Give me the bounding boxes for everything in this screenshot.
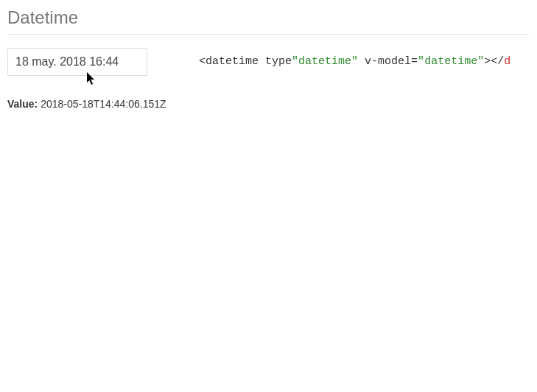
- code-bracket: <: [199, 55, 206, 68]
- value-line: Value: 2018-05-18T14:44:06.151Z: [7, 98, 199, 110]
- code-attr-name: v-model=: [358, 55, 418, 68]
- code-quote: ": [418, 55, 424, 68]
- code-quote: ": [477, 55, 484, 68]
- code-bracket: ></: [484, 55, 504, 68]
- value-label: Value:: [7, 98, 38, 110]
- content-row: Value: 2018-05-18T14:44:06.151Z <datetim…: [7, 48, 530, 110]
- code-attr-value: datetime: [298, 55, 351, 68]
- code-tag-close: d: [504, 55, 510, 68]
- code-attr-name: type: [259, 55, 292, 68]
- left-column: Value: 2018-05-18T14:44:06.151Z: [7, 48, 199, 110]
- code-quote: ": [292, 55, 298, 68]
- section-heading: Datetime: [7, 0, 530, 35]
- code-quote: ": [351, 55, 358, 68]
- code-snippet: <datetime type"datetime" v-model="dateti…: [199, 55, 510, 68]
- datetime-input[interactable]: [7, 48, 147, 76]
- value-text: 2018-05-18T14:44:06.151Z: [41, 98, 166, 110]
- code-attr-value: datetime: [424, 55, 477, 68]
- code-column: <datetime type"datetime" v-model="dateti…: [199, 48, 530, 68]
- code-tag: datetime: [206, 55, 259, 68]
